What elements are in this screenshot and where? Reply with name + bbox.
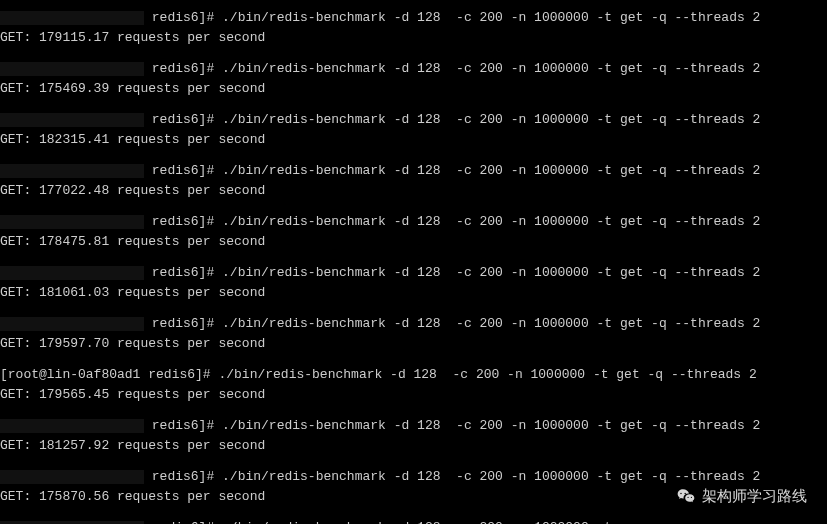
benchmark-command: ./bin/redis-benchmark -d 128 -c 200 -n 1…	[222, 10, 760, 25]
benchmark-command: ./bin/redis-benchmark -d 128 -c 200 -n 1…	[222, 112, 760, 127]
command-line: redis6]# ./bin/redis-benchmark -d 128 -c…	[0, 161, 827, 181]
benchmark-command: ./bin/redis-benchmark -d 128 -c 200 -n 1…	[222, 214, 760, 229]
prompt-dir: redis6]#	[152, 214, 214, 229]
benchmark-run: redis6]# ./bin/redis-benchmark -d 128 -c…	[0, 110, 827, 149]
redacted-hostname	[0, 470, 144, 484]
benchmark-command: ./bin/redis-benchmark -d 128 -c 200 -n 1…	[222, 469, 760, 484]
prompt-dir: redis6]#	[152, 418, 214, 433]
command-line: redis6]# ./bin/redis-benchmark -d 128 -c…	[0, 8, 827, 28]
prompt-dir: redis6]#	[152, 265, 214, 280]
benchmark-command: ./bin/redis-benchmark -d 128 -c 200 -n 1…	[222, 316, 760, 331]
command-line: redis6]# ./bin/redis-benchmark -d 128 -c…	[0, 263, 827, 283]
command-line: redis6]# ./bin/redis-benchmark -d 128 -c…	[0, 212, 827, 232]
wechat-icon	[676, 486, 696, 506]
benchmark-run: redis6]# ./bin/redis-benchmark -d 128 -c…	[0, 212, 827, 251]
prompt-dir: redis6]#	[152, 520, 214, 524]
prompt-dir: redis6]#	[152, 10, 214, 25]
benchmark-command: ./bin/redis-benchmark -d 128 -c 200 -n 1…	[222, 61, 760, 76]
benchmark-run: redis6]# ./bin/redis-benchmark -d 128 -c…	[0, 518, 827, 524]
command-line: redis6]# ./bin/redis-benchmark -d 128 -c…	[0, 59, 827, 79]
command-line: redis6]# ./bin/redis-benchmark -d 128 -c…	[0, 314, 827, 334]
command-line: redis6]# ./bin/redis-benchmark -d 128 -c…	[0, 467, 827, 487]
command-line: redis6]# ./bin/redis-benchmark -d 128 -c…	[0, 110, 827, 130]
command-line: redis6]# ./bin/redis-benchmark -d 128 -c…	[0, 518, 827, 524]
watermark-text: 架构师学习路线	[702, 487, 807, 506]
benchmark-command: ./bin/redis-benchmark -d 128 -c 200 -n 1…	[218, 367, 756, 382]
redacted-hostname	[0, 266, 144, 280]
command-line: [root@lin-0af80ad1 redis6]# ./bin/redis-…	[0, 365, 827, 385]
prompt-dir: redis6]#	[152, 163, 214, 178]
redacted-hostname	[0, 521, 144, 524]
benchmark-result: GET: 182315.41 requests per second	[0, 130, 827, 150]
benchmark-result: GET: 179115.17 requests per second	[0, 28, 827, 48]
benchmark-result: GET: 181257.92 requests per second	[0, 436, 827, 456]
watermark-overlay: 架构师学习路线	[676, 486, 807, 506]
redacted-hostname	[0, 419, 144, 433]
benchmark-run: redis6]# ./bin/redis-benchmark -d 128 -c…	[0, 161, 827, 200]
benchmark-result: GET: 179565.45 requests per second	[0, 385, 827, 405]
benchmark-command: ./bin/redis-benchmark -d 128 -c 200 -n 1…	[222, 163, 760, 178]
redacted-hostname	[0, 317, 144, 331]
benchmark-result: GET: 175469.39 requests per second	[0, 79, 827, 99]
redacted-hostname	[0, 113, 144, 127]
benchmark-run: redis6]# ./bin/redis-benchmark -d 128 -c…	[0, 263, 827, 302]
benchmark-run: redis6]# ./bin/redis-benchmark -d 128 -c…	[0, 59, 827, 98]
redacted-hostname	[0, 215, 144, 229]
benchmark-run: redis6]# ./bin/redis-benchmark -d 128 -c…	[0, 314, 827, 353]
benchmark-run: redis6]# ./bin/redis-benchmark -d 128 -c…	[0, 416, 827, 455]
terminal-output[interactable]: redis6]# ./bin/redis-benchmark -d 128 -c…	[0, 0, 827, 524]
prompt-dir: redis6]#	[152, 112, 214, 127]
prompt-dir: redis6]#	[152, 469, 214, 484]
prompt-dir: redis6]#	[152, 61, 214, 76]
redacted-hostname	[0, 11, 144, 25]
benchmark-result: GET: 177022.48 requests per second	[0, 181, 827, 201]
benchmark-run: [root@lin-0af80ad1 redis6]# ./bin/redis-…	[0, 365, 827, 404]
prompt-full: [root@lin-0af80ad1 redis6]#	[0, 367, 211, 382]
benchmark-command: ./bin/redis-benchmark -d 128 -c 200 -n 1…	[222, 265, 760, 280]
benchmark-command: ./bin/redis-benchmark -d 128 -c 200 -n 1…	[222, 520, 612, 524]
benchmark-result: GET: 178475.81 requests per second	[0, 232, 827, 252]
prompt-dir: redis6]#	[152, 316, 214, 331]
benchmark-result: GET: 179597.70 requests per second	[0, 334, 827, 354]
benchmark-result: GET: 181061.03 requests per second	[0, 283, 827, 303]
benchmark-command: ./bin/redis-benchmark -d 128 -c 200 -n 1…	[222, 418, 760, 433]
command-line: redis6]# ./bin/redis-benchmark -d 128 -c…	[0, 416, 827, 436]
benchmark-run: redis6]# ./bin/redis-benchmark -d 128 -c…	[0, 8, 827, 47]
redacted-hostname	[0, 164, 144, 178]
redacted-hostname	[0, 62, 144, 76]
